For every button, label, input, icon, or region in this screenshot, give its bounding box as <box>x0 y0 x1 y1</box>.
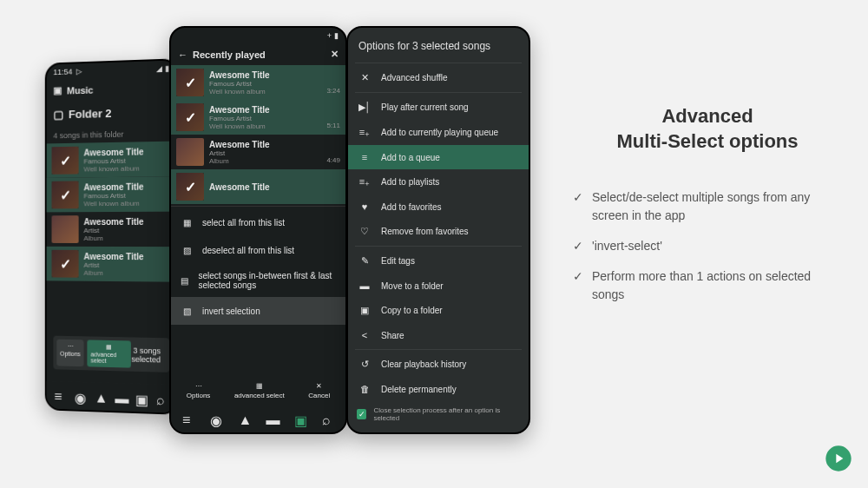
select-option[interactable]: ▦ select all from this list <box>171 208 345 236</box>
folder-move-icon: ▬ <box>358 280 371 291</box>
phone-mid: +▮ ← Recently played ✕ Awesome Title Fam… <box>169 26 347 434</box>
search-icon[interactable]: ⌕ <box>322 412 334 425</box>
song-list: Awesome Title Famous Artist Well known a… <box>47 142 177 282</box>
album-art <box>176 103 204 131</box>
menu-item-heart-outline[interactable]: ♡ Remove from favorites <box>348 219 529 244</box>
phone-options-menu: Options for 3 selected songs ✕ Advanced … <box>346 26 530 434</box>
check-icon: ✓ <box>573 237 583 255</box>
menu-item-label: Share <box>381 331 404 340</box>
menu-item-queue-add[interactable]: ≡₊ Add to currently playing queue <box>348 120 529 145</box>
folder-outline-icon: ▢ <box>53 108 63 121</box>
song-row[interactable]: Awesome Title Famous Artist Well known a… <box>171 65 345 100</box>
menu-item-share[interactable]: < Share <box>348 323 529 347</box>
song-title: Awesome Title <box>83 181 171 192</box>
checkbox-icon: ✓ <box>357 409 366 419</box>
select-options: ▦ select all from this list▨ deselect al… <box>171 208 345 325</box>
menu-item-folder-move[interactable]: ▬ Move to a folder <box>348 274 529 298</box>
menu-item-trash[interactable]: 🗑 Delete permanently <box>348 377 529 401</box>
menu-item-label: Copy to a folder <box>381 306 443 315</box>
song-album: Well known album <box>209 122 321 130</box>
folder-copy-icon: ▣ <box>358 305 371 316</box>
heart-outline-icon: ♡ <box>358 226 371 237</box>
song-row[interactable]: Awesome Title Artist Album <box>47 212 177 247</box>
menu-item-label: Play after current song <box>381 102 469 112</box>
song-row[interactable]: Awesome Title Famous Artist Well known a… <box>171 100 345 135</box>
option-label: deselect all from this list <box>202 246 294 255</box>
menu-item-label: Remove from favorites <box>381 227 469 236</box>
queue-add-icon: ≡₊ <box>358 127 371 138</box>
advanced-select-button[interactable]: ▦advanced select <box>234 382 285 399</box>
song-row[interactable]: Awesome Title Famous Artist Well known a… <box>47 176 177 212</box>
play-icon: ▷ <box>76 67 82 76</box>
phone-back: 11:54▷ ◢▮ ▣ Music ▢ Folder 2 4 songs in … <box>45 58 179 415</box>
song-title: Awesome Title <box>83 251 171 260</box>
person-icon[interactable]: ▲ <box>238 412 250 425</box>
recently-played-header: ← Recently played ✕ <box>171 43 345 65</box>
song-row[interactable]: Awesome Title Famous Artist Well known a… <box>47 142 177 178</box>
queue-icon[interactable]: ≡ <box>54 389 66 401</box>
song-row[interactable]: Awesome Title Artist Album <box>47 247 177 282</box>
library-icon[interactable]: ▣ <box>135 392 148 405</box>
menu-item-history-clear[interactable]: ↺ Clear playback history <box>348 352 529 377</box>
cancel-button[interactable]: ✕Cancel <box>308 382 330 399</box>
status-time: 11:54 <box>53 68 72 77</box>
advanced-select-button[interactable]: ▦advanced select <box>88 340 132 367</box>
option-label: select songs in-between first & last sel… <box>198 271 337 290</box>
menu-item-label: Edit tags <box>381 256 415 266</box>
skip-next-icon: ▶│ <box>358 102 371 113</box>
duration: 5:11 <box>326 122 340 131</box>
menu-item-skip-next[interactable]: ▶│ Play after current song <box>348 95 529 120</box>
header-label: Music <box>67 84 94 96</box>
folder-nav-icon[interactable]: ▬ <box>266 412 279 425</box>
queue-icon: ≡ <box>358 152 371 162</box>
check-icon: ✓ <box>573 267 583 304</box>
menu-item-heart[interactable]: ♥ Add to favorites <box>348 195 529 219</box>
close-selection-checkbox[interactable]: ✓ Close selection process after an optio… <box>348 401 529 427</box>
menu-item-label: Add to favorites <box>381 202 441 212</box>
song-row[interactable]: Awesome Title <box>171 169 345 204</box>
signal-icon: ◢ <box>156 64 162 73</box>
play-circle-icon[interactable]: ◉ <box>74 390 86 402</box>
library-icon[interactable]: ▣ <box>294 412 306 425</box>
folder-nav-icon[interactable]: ▬ <box>115 391 127 403</box>
queue-icon[interactable]: ≡ <box>182 412 194 425</box>
song-title: Awesome Title <box>83 216 171 226</box>
trash-icon: 🗑 <box>358 384 371 394</box>
song-artist: Artist <box>209 149 321 157</box>
menu-item-queue[interactable]: ≡ Add to a queue <box>348 145 529 169</box>
menu-item-playlist-add[interactable]: ≡₊ Add to playlists <box>348 169 529 195</box>
menu-item-pencil[interactable]: ✎ Edit tags <box>348 248 529 274</box>
inbetween-icon: ▤ <box>180 274 189 287</box>
search-icon[interactable]: ⌕ <box>156 392 168 406</box>
song-artist: Famous Artist <box>209 80 321 88</box>
person-icon[interactable]: ▲ <box>95 390 107 402</box>
options-button[interactable]: ⋯Options <box>187 382 211 399</box>
selection-toast: ⋯Options ▦advanced select 3 songs select… <box>53 336 169 373</box>
menu-item-folder-copy[interactable]: ▣ Copy to a folder <box>348 298 529 323</box>
promo-bullet: ✓'invert-select' <box>573 237 842 255</box>
menu-item-shuffle[interactable]: ✕ Advanced shuffle <box>348 65 529 90</box>
action-bar: ⋯Options ▦advanced select ✕Cancel <box>171 377 345 405</box>
status-bar: +▮ <box>171 28 345 43</box>
promo-text: AdvancedMulti-Select options ✓Select/de-… <box>573 104 842 316</box>
menu-item-label: Advanced shuffle <box>381 73 448 82</box>
select-option[interactable]: ▨ deselect all from this list <box>171 236 345 264</box>
shuffle-icon[interactable]: ✕ <box>331 49 339 60</box>
song-row[interactable]: Awesome Title Artist Album 4:49 <box>171 135 345 169</box>
options-button[interactable]: ⋯Options <box>56 340 83 366</box>
select-option[interactable]: ▧ invert selection <box>171 297 345 325</box>
shuffle-icon: ✕ <box>358 72 371 83</box>
heart-icon: ♥ <box>358 201 371 212</box>
album-art <box>51 215 78 243</box>
play-circle-icon[interactable]: ◉ <box>210 412 222 425</box>
divider <box>355 246 522 247</box>
song-title: Awesome Title <box>209 182 335 192</box>
check-icon: ✓ <box>573 188 583 225</box>
duration: 3:24 <box>326 87 340 96</box>
song-list: Awesome Title Famous Artist Well known a… <box>171 65 345 204</box>
promo-bullet: ✓Select/de-select multiple songs from an… <box>573 188 842 225</box>
back-icon[interactable]: ← <box>178 49 187 60</box>
folder-row[interactable]: ▢ Folder 2 <box>47 98 177 129</box>
select-option[interactable]: ▤ select songs in-between first & last s… <box>171 264 345 297</box>
menu-item-label: Move to a folder <box>381 281 444 291</box>
